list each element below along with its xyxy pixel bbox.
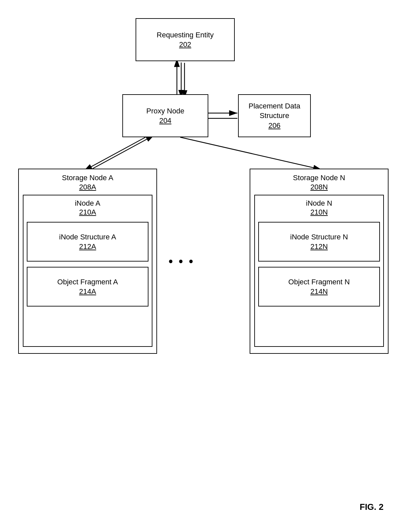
inode-structure-n-number: 212N bbox=[310, 242, 328, 251]
requesting-entity-label: Requesting Entity bbox=[157, 30, 214, 40]
object-fragment-a-label: Object Fragment A bbox=[57, 277, 118, 287]
inode-structure-a-box: iNode Structure A 212A bbox=[27, 222, 148, 262]
object-fragment-n-label: Object Fragment N bbox=[288, 277, 350, 287]
object-fragment-n-number: 214N bbox=[310, 287, 328, 296]
storage-node-a-label: Storage Node A bbox=[62, 174, 113, 182]
ellipsis: • • • bbox=[169, 255, 194, 268]
placement-data-label: Placement Data Structure bbox=[239, 102, 310, 120]
inode-n-box: iNode N 210N iNode Structure N 212N Obje… bbox=[254, 195, 384, 347]
svg-line-10 bbox=[93, 137, 150, 169]
object-fragment-n-box: Object Fragment N 214N bbox=[258, 267, 380, 307]
inode-a-label: iNode A bbox=[75, 199, 100, 207]
storage-node-a-box: Storage Node A 208A iNode A 210A iNode S… bbox=[18, 169, 157, 354]
object-fragment-a-box: Object Fragment A 214A bbox=[27, 267, 148, 307]
placement-data-box: Placement Data Structure 206 bbox=[238, 94, 311, 137]
requesting-entity-box: Requesting Entity 202 bbox=[136, 18, 235, 61]
inode-structure-a-label: iNode Structure A bbox=[59, 232, 116, 242]
inode-n-number: 210N bbox=[310, 208, 328, 216]
proxy-node-box: Proxy Node 204 bbox=[122, 94, 208, 137]
inode-structure-n-label: iNode Structure N bbox=[290, 232, 348, 242]
object-fragment-a-number: 214A bbox=[79, 287, 96, 296]
storage-node-a-number: 208A bbox=[79, 183, 96, 191]
proxy-node-number: 204 bbox=[159, 116, 172, 125]
inode-a-box: iNode A 210A iNode Structure A 212A Obje… bbox=[23, 195, 152, 347]
storage-node-n-box: Storage Node N 208N iNode N 210N iNode S… bbox=[250, 169, 389, 354]
inode-a-number: 210A bbox=[79, 208, 96, 216]
svg-line-9 bbox=[88, 137, 145, 169]
storage-node-n-label: Storage Node N bbox=[293, 174, 345, 182]
inode-structure-a-number: 212A bbox=[79, 242, 96, 251]
figure-label: FIG. 2 bbox=[360, 502, 384, 512]
inode-structure-n-box: iNode Structure N 212N bbox=[258, 222, 380, 262]
svg-line-11 bbox=[180, 137, 317, 169]
placement-data-number: 206 bbox=[268, 121, 281, 130]
inode-n-label: iNode N bbox=[306, 199, 332, 207]
diagram-container: Requesting Entity 202 Proxy Node 204 Pla… bbox=[0, 0, 410, 532]
proxy-node-label: Proxy Node bbox=[146, 106, 184, 116]
storage-node-n-number: 208N bbox=[310, 183, 328, 191]
requesting-entity-number: 202 bbox=[179, 40, 191, 49]
